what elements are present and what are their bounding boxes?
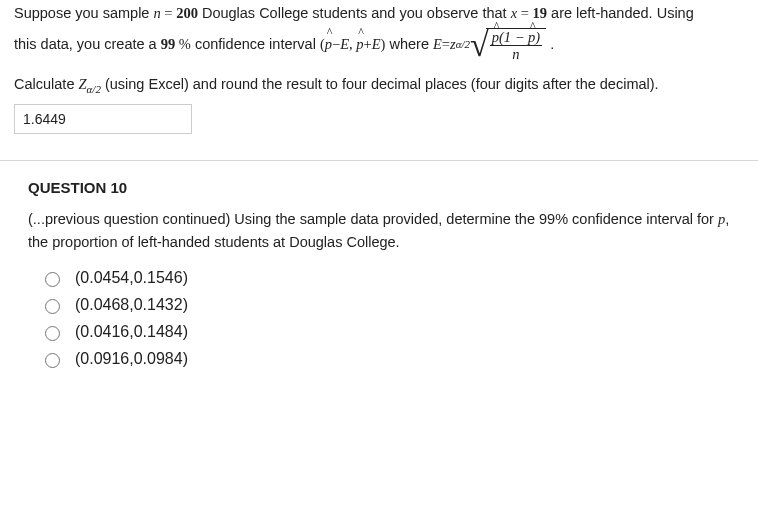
question-10-block: QUESTION 10 (...previous question contin… bbox=[0, 179, 758, 387]
question-10-body: (...previous question continued) Using t… bbox=[28, 208, 730, 253]
option-row[interactable]: (0.0416,0.1484) bbox=[40, 323, 730, 341]
option-label: (0.0468,0.1432) bbox=[75, 296, 188, 314]
option-row[interactable]: (0.0468,0.1432) bbox=[40, 296, 730, 314]
x-equals: x = 19 bbox=[511, 5, 547, 21]
option-label: (0.0454,0.1546) bbox=[75, 269, 188, 287]
divider bbox=[0, 160, 758, 161]
text-segment: Douglas College students and you observe… bbox=[202, 5, 511, 21]
interval-expression: (p − E, p + E) bbox=[320, 31, 386, 59]
options-group: (0.0454,0.1546) (0.0468,0.1432) (0.0416,… bbox=[28, 269, 730, 368]
text-segment: where bbox=[389, 35, 433, 51]
option-row[interactable]: (0.0916,0.0984) bbox=[40, 350, 730, 368]
q9-instruction: Calculate Zα/2 (using Excel) and round t… bbox=[14, 76, 744, 95]
text-segment: this data, you create a bbox=[14, 35, 161, 51]
z-alpha-input[interactable] bbox=[14, 104, 192, 134]
question-9-block: Suppose you sample n = 200 Douglas Colle… bbox=[0, 0, 758, 134]
option-radio-d[interactable] bbox=[45, 353, 60, 368]
margin-error-formula: E = zα/2 √ p(1 − p) n bbox=[433, 28, 546, 62]
question-10-title: QUESTION 10 bbox=[28, 179, 730, 196]
text-segment: confidence interval bbox=[195, 35, 320, 51]
text-segment: are left-handed. Using bbox=[551, 5, 694, 21]
option-label: (0.0916,0.0984) bbox=[75, 350, 188, 368]
text-segment: Suppose you sample bbox=[14, 5, 153, 21]
n-equals: n = 200 bbox=[153, 5, 197, 21]
option-row[interactable]: (0.0454,0.1546) bbox=[40, 269, 730, 287]
text-segment: . bbox=[550, 35, 554, 51]
option-label: (0.0416,0.1484) bbox=[75, 323, 188, 341]
option-radio-a[interactable] bbox=[45, 272, 60, 287]
option-radio-c[interactable] bbox=[45, 326, 60, 341]
option-radio-b[interactable] bbox=[45, 299, 60, 314]
confidence-pct: 99 % bbox=[161, 35, 191, 51]
q9-line2: this data, you create a 99 % confidence … bbox=[14, 28, 744, 62]
q9-line1: Suppose you sample n = 200 Douglas Colle… bbox=[14, 0, 744, 28]
